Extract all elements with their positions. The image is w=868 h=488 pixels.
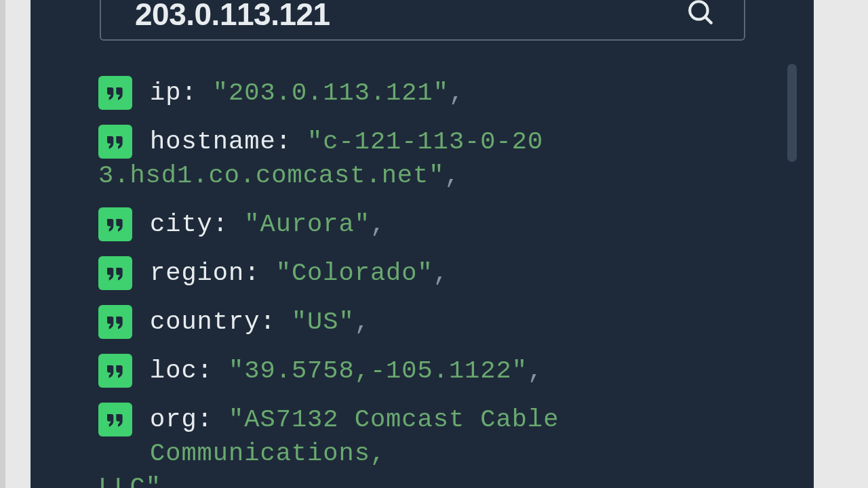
result-row-ip: ip: "203.0.113.121", (98, 76, 776, 110)
field-value-part2: 3.hsd1.co.comcast.net" (98, 161, 445, 190)
ip-info-panel: ip: "203.0.113.121", hostname: "c-121-11… (31, 0, 814, 488)
field-value: "203.0.113.121" (213, 79, 449, 107)
field-key: region (150, 259, 244, 287)
result-row-city: city: "Aurora", (98, 207, 776, 241)
quote-icon (98, 354, 132, 388)
results-list: ip: "203.0.113.121", hostname: "c-121-11… (98, 76, 776, 488)
field-key: country (150, 308, 260, 336)
result-row-region: region: "Colorado", (98, 256, 776, 290)
field-key: hostname (150, 127, 276, 156)
search-box[interactable] (100, 0, 745, 41)
quote-icon (98, 403, 132, 436)
left-gutter (0, 0, 5, 488)
field-key: loc (150, 357, 197, 385)
scrollbar-thumb[interactable] (787, 64, 797, 162)
field-value-part2: LLC" (98, 473, 161, 488)
field-key: city (150, 210, 213, 239)
field-value-part1: "c-121-113-0-20 (307, 127, 543, 156)
search-icon (686, 0, 715, 26)
field-value: "Aurora" (244, 210, 370, 239)
result-row-country: country: "US", (98, 305, 776, 339)
search-button[interactable] (684, 0, 717, 28)
quote-icon (98, 125, 132, 159)
quote-icon (98, 76, 132, 110)
field-value: "39.5758,-105.1122" (229, 357, 528, 385)
search-input[interactable] (135, 0, 684, 33)
quote-icon (98, 256, 132, 290)
result-row-hostname: hostname: "c-121-113-0-20 3.hsd1.co.comc… (98, 125, 776, 192)
field-value: "Colorado" (276, 259, 433, 287)
field-key: ip (150, 79, 181, 107)
quote-icon (98, 305, 132, 339)
quote-icon (98, 207, 132, 241)
result-row-loc: loc: "39.5758,-105.1122", (98, 354, 776, 388)
field-key: org (150, 405, 197, 434)
field-value: "US" (292, 308, 355, 336)
result-row-org: org: "AS7132 Comcast Cable Communication… (98, 403, 776, 488)
svg-line-1 (705, 17, 711, 23)
